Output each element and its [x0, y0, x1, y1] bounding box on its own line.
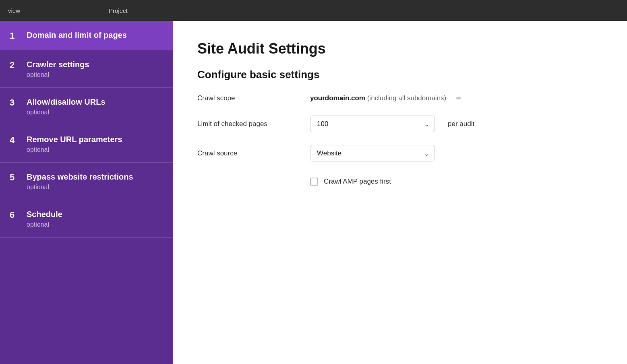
sidebar-item-bypass[interactable]: 5 Bypass website restrictions optional: [0, 163, 173, 200]
sidebar-item-1-content: Domain and limit of pages: [27, 30, 127, 40]
page-title: Site Audit Settings: [197, 40, 603, 57]
sidebar-item-6-title: Schedule: [27, 209, 62, 219]
sidebar-item-crawler[interactable]: 2 Crawler settings optional: [0, 50, 173, 88]
sidebar-item-6-subtitle: optional: [27, 221, 62, 228]
crawl-scope-note: (including all subdomains): [367, 94, 447, 102]
sidebar-item-4-content: Remove URL parameters optional: [27, 134, 122, 153]
sidebar-item-3-number: 3: [10, 97, 27, 108]
sidebar-item-url-params[interactable]: 4 Remove URL parameters optional: [0, 125, 173, 163]
crawl-amp-checkbox-row: Crawl AMP pages first: [310, 178, 391, 186]
view-label: view: [8, 7, 20, 14]
crawl-scope-domain: yourdomain.com (including all subdomains…: [310, 94, 446, 102]
limit-pages-row: Limit of checked pages 100 500 1000 5000…: [197, 116, 603, 132]
sidebar-item-3-content: Allow/disallow URLs optional: [27, 97, 106, 116]
crawl-source-label: Crawl source: [197, 149, 310, 157]
sidebar-item-5-content: Bypass website restrictions optional: [27, 172, 133, 191]
top-bar: view Project: [0, 0, 627, 21]
limit-pages-value: 100 500 1000 5000 10000 20000 ⌄ per audi…: [310, 116, 474, 132]
sidebar-item-5-number: 5: [10, 172, 27, 183]
section-title: Configure basic settings: [197, 68, 603, 81]
sidebar-item-domain[interactable]: 1 Domain and limit of pages: [0, 21, 173, 50]
sidebar-item-4-number: 4: [10, 135, 27, 145]
crawl-scope-row: Crawl scope yourdomain.com (including al…: [197, 94, 603, 103]
sidebar-item-2-number: 2: [10, 60, 27, 70]
limit-pages-select[interactable]: 100 500 1000 5000 10000 20000: [310, 116, 435, 132]
per-audit-label: per audit: [448, 120, 474, 128]
sidebar-item-1-number: 1: [10, 31, 27, 41]
crawl-scope-domain-text: yourdomain.com: [310, 94, 365, 102]
crawl-amp-row: Crawl AMP pages first: [197, 174, 603, 186]
sidebar-item-3-subtitle: optional: [27, 109, 106, 116]
project-label: Project: [109, 7, 128, 14]
sidebar-item-schedule[interactable]: 6 Schedule optional: [0, 200, 173, 238]
sidebar-item-6-content: Schedule optional: [27, 209, 62, 228]
sidebar-item-1-title: Domain and limit of pages: [27, 30, 127, 40]
crawl-source-select[interactable]: Website Sitemap Sitemap + Website: [310, 145, 435, 161]
limit-pages-label: Limit of checked pages: [197, 120, 310, 128]
edit-icon[interactable]: ✏: [456, 94, 462, 103]
sidebar-item-allowdisallow[interactable]: 3 Allow/disallow URLs optional: [0, 88, 173, 125]
crawl-scope-value: yourdomain.com (including all subdomains…: [310, 94, 462, 103]
sidebar-item-3-title: Allow/disallow URLs: [27, 97, 106, 107]
sidebar-item-5-title: Bypass website restrictions: [27, 172, 133, 182]
sidebar-item-2-title: Crawler settings: [27, 59, 89, 70]
crawl-amp-label: Crawl AMP pages first: [324, 178, 391, 186]
crawl-source-select-wrapper: Website Sitemap Sitemap + Website ⌄: [310, 145, 435, 161]
sidebar-item-2-subtitle: optional: [27, 71, 89, 79]
crawl-scope-label: Crawl scope: [197, 94, 310, 102]
sidebar-item-5-subtitle: optional: [27, 184, 133, 191]
sidebar-item-2-content: Crawler settings optional: [27, 59, 89, 79]
sidebar: 1 Domain and limit of pages 2 Crawler se…: [0, 21, 173, 364]
sidebar-item-6-number: 6: [10, 210, 27, 220]
limit-select-wrapper: 100 500 1000 5000 10000 20000 ⌄: [310, 116, 435, 132]
sidebar-item-4-title: Remove URL parameters: [27, 134, 122, 145]
crawl-source-value: Website Sitemap Sitemap + Website ⌄: [310, 145, 435, 161]
main-content: Site Audit Settings Configure basic sett…: [173, 21, 627, 364]
sidebar-item-4-subtitle: optional: [27, 146, 122, 153]
crawl-amp-checkbox[interactable]: [310, 178, 318, 186]
crawl-source-row: Crawl source Website Sitemap Sitemap + W…: [197, 145, 603, 161]
